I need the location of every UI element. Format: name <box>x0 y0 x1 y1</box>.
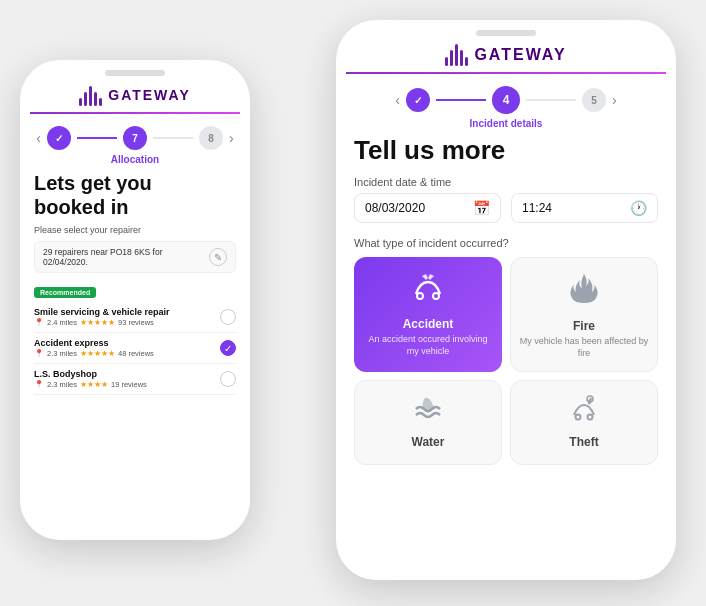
incident-type-label: What type of incident occurred? <box>354 237 658 249</box>
fire-desc: My vehicle has been affected by fire <box>519 336 649 359</box>
repairer-item-2[interactable]: Accident express 📍 2.3 miles ★★★★★ 48 re… <box>34 333 236 364</box>
theft-name: Theft <box>569 435 598 449</box>
stars-2: ★★★★★ <box>80 349 115 358</box>
stars-3: ★★★★ <box>80 380 108 389</box>
incident-card-theft[interactable]: Theft <box>510 380 658 465</box>
select-circle-1[interactable] <box>220 309 236 325</box>
small-step-line-1 <box>77 137 117 139</box>
calendar-icon: 📅 <box>473 200 490 216</box>
svg-point-0 <box>417 293 423 299</box>
reviews-3: 19 reviews <box>111 380 147 389</box>
accident-icon <box>408 272 448 311</box>
large-gateway-text: GATEWAY <box>474 46 566 64</box>
incident-card-fire[interactable]: Fire My vehicle has been affected by fir… <box>510 257 658 372</box>
small-title: Lets get you booked in <box>34 171 236 219</box>
small-step-1[interactable]: ✓ <box>47 126 71 150</box>
time-input[interactable]: 11:24 🕐 <box>511 193 658 223</box>
repairer-meta-2: 📍 2.3 miles ★★★★★ 48 reviews <box>34 349 220 358</box>
large-step-3[interactable]: 5 <box>582 88 606 112</box>
large-step-2[interactable]: 4 <box>492 86 520 114</box>
repairer-info-3: L.S. Bodyshop 📍 2.3 miles ★★★★ 19 review… <box>34 369 220 389</box>
large-gateway-logo: GATEWAY <box>336 36 676 72</box>
large-step-1[interactable]: ✓ <box>406 88 430 112</box>
incident-grid: Accident An accident occured involving m… <box>354 257 658 465</box>
date-input[interactable]: 08/03/2020 📅 <box>354 193 501 223</box>
small-step-indicator: ‹ ✓ 7 8 › <box>20 122 250 154</box>
small-phone-content: Lets get you booked in Please select you… <box>20 171 250 395</box>
small-step-3[interactable]: 8 <box>199 126 223 150</box>
large-prev-arrow[interactable]: ‹ <box>395 92 400 108</box>
large-step-line-1 <box>436 99 486 101</box>
svg-point-3 <box>588 415 593 420</box>
repairer-item-1[interactable]: Smile servicing & vehicle repair 📍 2.4 m… <box>34 302 236 333</box>
select-circle-2[interactable]: ✓ <box>220 340 236 356</box>
pin-icon-2: 📍 <box>34 349 44 358</box>
date-value: 08/03/2020 <box>365 201 425 215</box>
theft-icon <box>564 393 604 429</box>
accident-desc: An accident occured involving my vehicle <box>362 334 494 357</box>
small-prev-arrow[interactable]: ‹ <box>36 130 41 146</box>
clock-icon: 🕐 <box>630 200 647 216</box>
location-text: 29 repairers near PO18 6KS for 02/04/202… <box>43 247 209 267</box>
recommended-badge: Recommended <box>34 287 96 298</box>
repairer-distance-2: 2.3 miles <box>47 349 77 358</box>
repairer-name-1: Smile servicing & vehicle repair <box>34 307 220 317</box>
pin-icon-3: 📍 <box>34 380 44 389</box>
large-title: Tell us more <box>354 135 658 166</box>
small-subtitle: Please select your repairer <box>34 225 236 235</box>
svg-point-1 <box>433 293 439 299</box>
repairer-info-1: Smile servicing & vehicle repair 📍 2.4 m… <box>34 307 220 327</box>
repairer-name-2: Accident express <box>34 338 220 348</box>
repairer-item-3[interactable]: L.S. Bodyshop 📍 2.3 miles ★★★★ 19 review… <box>34 364 236 395</box>
small-step-label: Allocation <box>20 154 250 165</box>
small-logo-underline <box>30 112 240 114</box>
small-gateway-text: GATEWAY <box>108 87 190 103</box>
date-field-label: Incident date & time <box>354 176 658 188</box>
gateway-bars-icon <box>79 84 102 106</box>
large-phone-content: Tell us more Incident date & time 08/03/… <box>336 135 676 465</box>
fire-icon <box>566 270 602 313</box>
small-gateway-logo: GATEWAY <box>20 76 250 112</box>
pin-icon-1: 📍 <box>34 318 44 327</box>
date-time-row: 08/03/2020 📅 11:24 🕐 <box>354 193 658 223</box>
large-phone: GATEWAY ‹ ✓ 4 5 › Incident details Tell … <box>336 20 676 580</box>
repairer-distance-3: 2.3 miles <box>47 380 77 389</box>
reviews-1: 93 reviews <box>118 318 154 327</box>
stars-1: ★★★★★ <box>80 318 115 327</box>
location-info: 29 repairers near PO18 6KS for 02/04/202… <box>34 241 236 273</box>
small-next-arrow[interactable]: › <box>229 130 234 146</box>
incident-card-water[interactable]: Water <box>354 380 502 465</box>
repairer-meta-1: 📍 2.4 miles ★★★★★ 93 reviews <box>34 318 220 327</box>
repairer-name-3: L.S. Bodyshop <box>34 369 220 379</box>
large-step-indicator: ‹ ✓ 4 5 › <box>336 82 676 118</box>
repairer-distance-1: 2.4 miles <box>47 318 77 327</box>
repairer-info-2: Accident express 📍 2.3 miles ★★★★★ 48 re… <box>34 338 220 358</box>
large-next-arrow[interactable]: › <box>612 92 617 108</box>
accident-name: Accident <box>403 317 454 331</box>
water-icon <box>408 393 448 429</box>
small-step-2[interactable]: 7 <box>123 126 147 150</box>
repairer-meta-3: 📍 2.3 miles ★★★★ 19 reviews <box>34 380 220 389</box>
incident-card-accident[interactable]: Accident An accident occured involving m… <box>354 257 502 372</box>
large-step-label: Incident details <box>336 118 676 129</box>
fire-name: Fire <box>573 319 595 333</box>
small-step-line-2 <box>153 137 193 139</box>
water-name: Water <box>412 435 445 449</box>
time-value: 11:24 <box>522 201 552 215</box>
small-phone: GATEWAY ‹ ✓ 7 8 › Allocation Lets get yo… <box>20 60 250 540</box>
select-circle-3[interactable] <box>220 371 236 387</box>
svg-point-2 <box>576 415 581 420</box>
edit-icon[interactable]: ✎ <box>209 248 227 266</box>
large-step-line-2 <box>526 99 576 101</box>
large-logo-underline <box>346 72 666 74</box>
reviews-2: 48 reviews <box>118 349 154 358</box>
large-gateway-bars-icon <box>445 44 468 66</box>
